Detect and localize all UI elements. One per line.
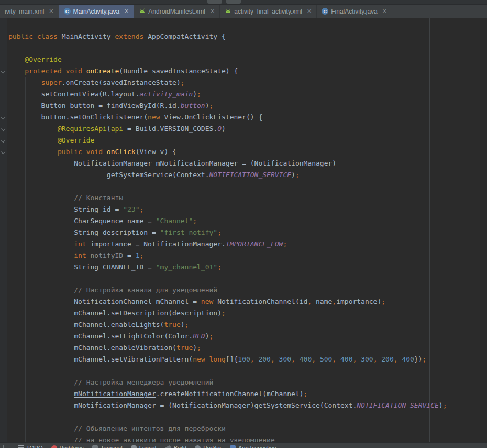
- code-token: importance = NotificationManager.: [91, 240, 226, 248]
- code-token: true: [176, 344, 193, 352]
- tab-finalactivity-java[interactable]: C FinalActivity.java ✕: [317, 5, 392, 18]
- code-line[interactable]: [0, 273, 487, 285]
- tab-activity-main-xml[interactable]: ivity_main.xml ✕: [0, 5, 59, 18]
- code-line[interactable]: NotificationManager mNotificationManager…: [0, 158, 487, 169]
- code-line[interactable]: String CHANNEL_ID = "my_channel_01";: [0, 261, 487, 273]
- tab-androidmanifest-xml[interactable]: AndroidManifest.xml ✕: [134, 5, 220, 18]
- code-token: api: [111, 125, 123, 133]
- code-token: "my_channel_01": [156, 263, 217, 271]
- tab-activity-final-activity-xml[interactable]: activity_final_activity.xml ✕: [220, 5, 317, 18]
- toolbar-item-terminal[interactable]: Terminal: [92, 445, 123, 448]
- fold-toggle-icon[interactable]: [1, 138, 5, 143]
- problems-icon: [51, 445, 57, 448]
- toolbar-item-profiler[interactable]: Profiler: [195, 445, 222, 448]
- code-token: setContentView(R.layout.: [8, 90, 139, 98]
- close-icon[interactable]: ✕: [382, 8, 387, 14]
- fold-toggle-icon[interactable]: [1, 150, 5, 154]
- code-token: NotificationChannel mChannel =: [8, 298, 201, 305]
- editor-tabs-bar: ivity_main.xml ✕ C MainActivity.java ✕ A…: [0, 5, 487, 18]
- code-line[interactable]: public class MainActivity extends AppCom…: [0, 31, 487, 42]
- toolbar-item-label: Terminal: [101, 445, 123, 448]
- toolbar-item-logcat[interactable]: Logcat: [131, 445, 157, 448]
- toolbar-item-problems[interactable]: Problems: [51, 445, 84, 448]
- code-line[interactable]: @RequiresApi(api = Build.VERSION_CODES.O…: [0, 123, 487, 135]
- code-area[interactable]: public class MainActivity extends AppCom…: [0, 18, 487, 442]
- code-line[interactable]: String id = "23";: [0, 204, 487, 215]
- fold-toggle-icon[interactable]: [1, 69, 5, 73]
- toolbar-item-build[interactable]: Build: [165, 445, 186, 448]
- code-token: NotificationManager: [8, 159, 156, 167]
- code-token: ,: [291, 355, 295, 363]
- code-line[interactable]: mChannel.setLightColor(Color.RED);: [0, 331, 487, 342]
- code-line[interactable]: int notifyID = 1;: [0, 250, 487, 261]
- code-line[interactable]: public void onClick(View v) {: [0, 146, 487, 158]
- code-editor[interactable]: public class MainActivity extends AppCom…: [0, 18, 487, 442]
- code-line[interactable]: mChannel.enableLights(true);: [0, 319, 487, 331]
- code-token: MainActivity: [62, 32, 115, 40]
- code-line[interactable]: Button button = findViewById(R.id.button…: [0, 100, 487, 112]
- code-token: activity_main: [139, 90, 193, 98]
- code-line[interactable]: getSystemService(Context.NOTIFICATION_SE…: [0, 169, 487, 181]
- code-token: .createNotificationChannel(mChannel): [156, 390, 304, 398]
- code-token: ): [439, 401, 443, 409]
- code-token: ;: [295, 171, 300, 179]
- tab-label: AndroidManifest.xml: [148, 8, 205, 15]
- code-token: mNotificationManager: [74, 390, 156, 398]
- code-token: int: [74, 240, 90, 248]
- code-token: 500: [320, 355, 332, 363]
- code-line[interactable]: mChannel.setDescription(description);: [0, 308, 487, 319]
- toolbar-item-todo[interactable]: TODO: [18, 445, 43, 448]
- code-line[interactable]: // Обьявление интентов для переброски: [0, 423, 487, 434]
- code-line[interactable]: mNotificationManager = (NotificationMana…: [0, 400, 487, 411]
- tab-mainactivity-java[interactable]: C MainActivity.java ✕: [59, 5, 135, 18]
- toolbar-item-label: Build: [174, 445, 186, 448]
- code-line[interactable]: [0, 42, 487, 54]
- code-line[interactable]: String description = "first notify";: [0, 227, 487, 238]
- java-class-icon: C: [322, 8, 328, 15]
- code-token: @Override: [8, 136, 94, 144]
- code-token: ;: [443, 401, 447, 409]
- code-line[interactable]: @Override: [0, 135, 487, 146]
- close-icon[interactable]: ✕: [307, 8, 312, 14]
- code-line[interactable]: // Настройка менеджера уведомлений: [0, 377, 487, 388]
- code-line[interactable]: [0, 365, 487, 377]
- code-token: ;: [197, 90, 201, 98]
- code-line[interactable]: [0, 411, 487, 423]
- tool-window-toggle-icon[interactable]: [3, 445, 9, 448]
- code-token: new long: [193, 355, 226, 363]
- terminal-icon: [92, 445, 98, 448]
- code-line[interactable]: mNotificationManager.createNotificationC…: [0, 388, 487, 400]
- fold-toggle-icon[interactable]: [1, 127, 5, 131]
- code-line[interactable]: setContentView(R.layout.activity_main);: [0, 89, 487, 100]
- code-line[interactable]: protected void onCreate(Bundle savedInst…: [0, 65, 487, 77]
- code-token: ;: [423, 355, 427, 363]
- code-token: "23": [123, 205, 139, 213]
- code-line[interactable]: [0, 181, 487, 192]
- code-token: = Build.VERSION_CODES.: [123, 125, 217, 133]
- code-line[interactable]: // на новое активити после нажатия на ув…: [0, 434, 487, 442]
- code-token: 200: [381, 355, 393, 363]
- code-line[interactable]: NotificationChannel mChannel = new Notif…: [0, 296, 487, 308]
- code-token: NOTIFICATION_SERVICE: [209, 171, 292, 179]
- code-line[interactable]: super.onCreate(savedInstanceState);: [0, 77, 487, 89]
- code-token: 300: [279, 355, 291, 363]
- code-token: (: [107, 125, 111, 133]
- code-line[interactable]: int importance = NotificationManager.IMP…: [0, 238, 487, 250]
- code-token: mChannel.enableVibration(: [8, 344, 176, 352]
- close-icon[interactable]: ✕: [49, 8, 53, 14]
- toolbar-button-stub: [207, 0, 222, 4]
- code-line[interactable]: // Константы: [0, 192, 487, 204]
- code-token: [8, 125, 58, 133]
- close-icon[interactable]: ✕: [124, 8, 129, 14]
- code-line[interactable]: @Override: [0, 54, 487, 65]
- code-line[interactable]: mChannel.setVibrationPattern(new long[]{…: [0, 354, 487, 365]
- close-icon[interactable]: ✕: [210, 8, 215, 14]
- fold-toggle-icon[interactable]: [1, 115, 5, 119]
- code-token: AppCompatActivity {: [148, 32, 226, 40]
- toolbar-item-app-inspection[interactable]: App Inspection: [230, 445, 276, 448]
- code-line[interactable]: mChannel.enableVibration(true);: [0, 342, 487, 354]
- code-line[interactable]: // Настройка канала для уведомлений: [0, 285, 487, 296]
- code-line[interactable]: CharSequence name = "Channel";: [0, 215, 487, 227]
- code-token: Button button = findViewById(R.id.: [8, 102, 181, 110]
- code-line[interactable]: button.setOnClickListener(new View.OnCli…: [0, 112, 487, 123]
